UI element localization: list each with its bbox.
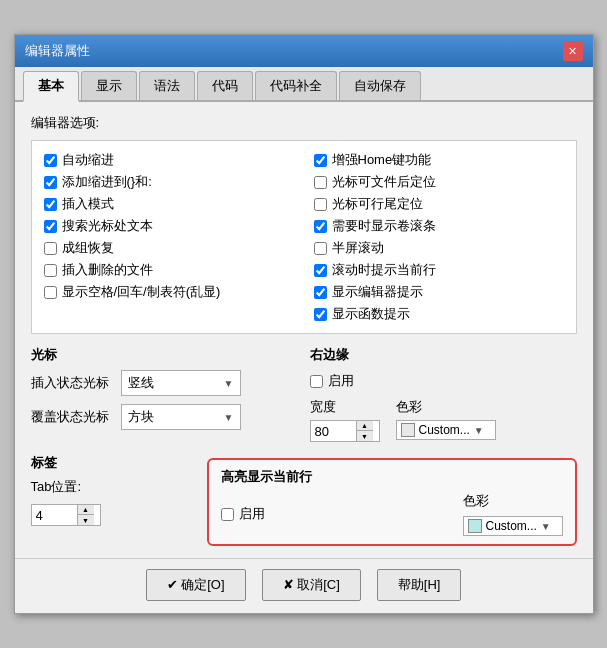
cursor-section-title: 光标 — [31, 346, 298, 364]
ok-button[interactable]: ✔ 确定[O] — [146, 569, 246, 601]
label-search-cursor: 搜索光标处文本 — [62, 217, 153, 235]
highlight-enable-row: 启用 — [221, 503, 265, 525]
button-bar: ✔ 确定[O] ✘ 取消[C] 帮助[H] — [15, 558, 593, 613]
right-margin-color-display: Custom... — [419, 423, 470, 437]
label-scroll-hint: 滚动时提示当前行 — [332, 261, 436, 279]
help-button[interactable]: 帮助[H] — [377, 569, 462, 601]
label-show-func-hint: 显示函数提示 — [332, 305, 410, 323]
checkbox-group-restore[interactable] — [44, 242, 57, 255]
editor-options-grid: 自动缩进 添加缩进到(}和: 插入模式 搜索光标处文本 成组恢复 — [31, 140, 577, 334]
tab-position-row: Tab位置: — [31, 478, 101, 496]
checkbox-half-scroll[interactable] — [314, 242, 327, 255]
label-add-indent: 添加缩进到(}和: — [62, 173, 152, 191]
label-cursor-line-end: 光标可行尾定位 — [332, 195, 423, 213]
overwrite-cursor-label: 覆盖状态光标 — [31, 408, 111, 426]
highlight-color-col: 色彩 Custom... ▼ — [463, 492, 563, 536]
chevron-down-icon-4: ▼ — [541, 521, 551, 532]
tab-spin-up-button[interactable]: ▲ — [78, 505, 94, 515]
highlight-title: 高亮显示当前行 — [221, 468, 563, 486]
label-insert-delete: 插入删除的文件 — [62, 261, 153, 279]
right-margin-inner: 启用 宽度 ▲ ▼ — [310, 370, 577, 442]
tab-position-label: Tab位置: — [31, 478, 82, 496]
label-show-whitespace: 显示空格/回车/制表符(乱显) — [62, 283, 221, 301]
tags-title: 标签 — [31, 454, 101, 472]
checkbox-show-scrollbar[interactable] — [314, 220, 327, 233]
insert-cursor-row: 插入状态光标 竖线 ▼ — [31, 370, 298, 396]
checkbox-add-indent[interactable] — [44, 176, 57, 189]
checkbox-home-key[interactable] — [314, 154, 327, 167]
width-spinbox[interactable]: ▲ ▼ — [310, 420, 380, 442]
tab-code[interactable]: 代码 — [197, 71, 253, 100]
option-cursor-after-file: 光标可文件后定位 — [314, 171, 564, 193]
highlight-color-select[interactable]: Custom... ▼ — [463, 516, 563, 536]
tab-spin-down-button[interactable]: ▼ — [78, 515, 94, 525]
option-group-restore: 成组恢复 — [44, 237, 294, 259]
right-options-col: 增强Home键功能 光标可文件后定位 光标可行尾定位 需要时显示卷滚条 半屏滚动 — [314, 149, 564, 325]
chevron-down-icon: ▼ — [224, 378, 234, 389]
color-col: 色彩 Custom... ▼ — [396, 398, 496, 440]
option-half-scroll: 半屏滚动 — [314, 237, 564, 259]
checkbox-show-whitespace[interactable] — [44, 286, 57, 299]
chevron-down-icon-2: ▼ — [224, 412, 234, 423]
cursor-section: 光标 插入状态光标 竖线 ▼ 覆盖状态光标 方块 ▼ — [31, 346, 298, 442]
option-search-cursor: 搜索光标处文本 — [44, 215, 294, 237]
highlight-color-label: 色彩 — [463, 492, 563, 510]
right-margin-color-select[interactable]: Custom... ▼ — [396, 420, 496, 440]
checkbox-cursor-after-file[interactable] — [314, 176, 327, 189]
editor-options-title: 编辑器选项: — [31, 114, 577, 132]
option-show-whitespace: 显示空格/回车/制表符(乱显) — [44, 281, 294, 303]
title-bar: 编辑器属性 × — [15, 35, 593, 67]
width-input[interactable] — [311, 422, 356, 441]
tab-syntax[interactable]: 语法 — [139, 71, 195, 100]
checkbox-auto-indent[interactable] — [44, 154, 57, 167]
option-insert-delete: 插入删除的文件 — [44, 259, 294, 281]
highlight-enable-label: 启用 — [239, 505, 265, 523]
checkbox-search-cursor[interactable] — [44, 220, 57, 233]
spin-down-button[interactable]: ▼ — [357, 431, 373, 441]
cancel-button[interactable]: ✘ 取消[C] — [262, 569, 361, 601]
overwrite-cursor-row: 覆盖状态光标 方块 ▼ — [31, 404, 298, 430]
option-scroll-hint: 滚动时提示当前行 — [314, 259, 564, 281]
tab-bar: 基本 显示 语法 代码 代码补全 自动保存 — [15, 67, 593, 102]
width-label: 宽度 — [310, 398, 380, 416]
color-swatch — [401, 423, 415, 437]
checkbox-cursor-line-end[interactable] — [314, 198, 327, 211]
right-margin-bottom: 宽度 ▲ ▼ 色彩 — [310, 398, 577, 442]
checkbox-insert-delete[interactable] — [44, 264, 57, 277]
checkbox-scroll-hint[interactable] — [314, 264, 327, 277]
highlight-enable-col: 启用 — [221, 503, 265, 525]
option-show-func-hint: 显示函数提示 — [314, 303, 564, 325]
highlight-row: 启用 色彩 Custom... ▼ — [221, 492, 563, 536]
checkbox-right-margin-enable[interactable] — [310, 375, 323, 388]
checkbox-highlight-enable[interactable] — [221, 508, 234, 521]
insert-cursor-value: 竖线 — [128, 374, 154, 392]
spin-up-button[interactable]: ▲ — [357, 421, 373, 431]
option-show-scrollbar: 需要时显示卷滚条 — [314, 215, 564, 237]
checkbox-insert-mode[interactable] — [44, 198, 57, 211]
spinbox-buttons: ▲ ▼ — [356, 421, 373, 441]
highlight-color-display: Custom... — [486, 519, 537, 533]
close-button[interactable]: × — [563, 41, 583, 61]
content-area: 编辑器选项: 自动缩进 添加缩进到(}和: 插入模式 搜索光标处文本 — [15, 102, 593, 558]
color-label: 色彩 — [396, 398, 496, 416]
option-add-indent: 添加缩进到(}和: — [44, 171, 294, 193]
overwrite-cursor-select[interactable]: 方块 ▼ — [121, 404, 241, 430]
label-group-restore: 成组恢复 — [62, 239, 114, 257]
label-show-editor-hint: 显示编辑器提示 — [332, 283, 423, 301]
tab-autocomplete[interactable]: 代码补全 — [255, 71, 337, 100]
tab-autosave[interactable]: 自动保存 — [339, 71, 421, 100]
tab-basic[interactable]: 基本 — [23, 71, 79, 102]
overwrite-cursor-value: 方块 — [128, 408, 154, 426]
tab-display[interactable]: 显示 — [81, 71, 137, 100]
checkbox-show-func-hint[interactable] — [314, 308, 327, 321]
label-half-scroll: 半屏滚动 — [332, 239, 384, 257]
insert-cursor-select[interactable]: 竖线 ▼ — [121, 370, 241, 396]
tab-spinbox[interactable]: ▲ ▼ — [31, 504, 101, 526]
right-margin-section: 右边缘 启用 宽度 ▲ ▼ — [310, 346, 577, 442]
tags-col: 标签 Tab位置: ▲ ▼ — [31, 454, 101, 526]
dialog-title: 编辑器属性 — [25, 42, 90, 60]
insert-cursor-label: 插入状态光标 — [31, 374, 111, 392]
checkbox-show-editor-hint[interactable] — [314, 286, 327, 299]
tab-input[interactable] — [32, 506, 77, 525]
label-auto-indent: 自动缩进 — [62, 151, 114, 169]
